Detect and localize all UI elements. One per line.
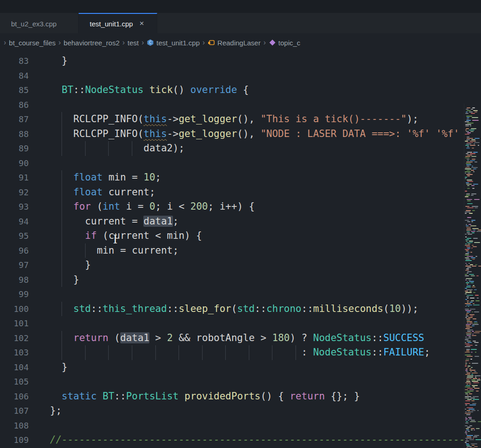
code-line[interactable]: 83 } xyxy=(0,54,481,68)
code-line[interactable]: 108 xyxy=(0,418,481,433)
minimap-line xyxy=(470,141,476,142)
minimap-line xyxy=(467,110,471,111)
minimap-line xyxy=(470,316,473,317)
code-line[interactable]: 99 xyxy=(0,287,481,302)
minimap-line xyxy=(467,199,472,200)
minimap-line xyxy=(465,355,471,355)
breadcrumb-item-readinglaser[interactable]: ReadingLaser xyxy=(208,39,260,47)
code-line[interactable]: 106 static BT::PortsList providedPorts()… xyxy=(0,389,481,404)
minimap-line xyxy=(468,431,470,432)
minimap-line xyxy=(466,428,469,429)
code-line[interactable]: 105 xyxy=(0,374,481,389)
minimap-line xyxy=(466,278,472,279)
code-line[interactable]: 85 BT::NodeStatus tick() override { xyxy=(0,83,481,98)
code-line[interactable]: 109//-----------------------------------… xyxy=(0,433,481,448)
indent-guide xyxy=(85,345,86,360)
minimap-line xyxy=(465,423,469,423)
code-line[interactable]: 96 min = current; xyxy=(0,243,481,258)
minimap-line xyxy=(467,238,471,239)
minimap-line xyxy=(466,421,468,422)
minimap-line xyxy=(469,404,476,405)
minimap-line xyxy=(471,257,475,258)
minimap-line xyxy=(471,109,473,110)
minimap-line xyxy=(467,181,473,182)
minimap-line xyxy=(478,266,481,267)
minimap-line xyxy=(465,206,469,207)
minimap-line xyxy=(473,399,479,400)
minimap-line xyxy=(465,336,467,337)
code-line[interactable]: 87 RCLCPP_INFO(this->get_logger(), "This… xyxy=(0,112,481,127)
minimap-line xyxy=(465,441,469,442)
tab-bt-u2-ex3[interactable]: bt_u2_ex3.cpp xyxy=(0,13,79,33)
code-line[interactable]: 100 std::this_thread::sleep_for(std::chr… xyxy=(0,302,481,317)
minimap-line xyxy=(472,245,474,246)
close-icon[interactable]: × xyxy=(138,19,145,28)
code-line-text: } xyxy=(50,258,481,273)
minimap-line xyxy=(469,280,471,280)
code-line[interactable]: 107}; xyxy=(0,404,481,418)
code-line[interactable]: 104 } xyxy=(0,360,481,375)
code-line[interactable]: 93 for (int i = 0; i < 200; i++) { xyxy=(0,199,481,214)
minimap-line xyxy=(466,163,471,164)
minimap-line xyxy=(472,117,478,118)
line-number: 95 xyxy=(0,229,29,243)
minimap-line xyxy=(473,396,479,397)
indent-guide xyxy=(62,141,62,156)
minimap-line xyxy=(470,252,472,253)
minimap-line xyxy=(466,224,467,225)
minimap-line xyxy=(465,299,467,300)
minimap-line xyxy=(467,388,473,389)
code-line[interactable]: 86 xyxy=(0,98,481,112)
breadcrumb-item-test[interactable]: test xyxy=(128,39,139,47)
breadcrumb-item-behaviortree-ros2[interactable]: behaviortree_ros2 xyxy=(64,39,120,47)
minimap-line xyxy=(475,345,477,346)
code-line[interactable]: 95 if (current < min) { xyxy=(0,229,481,243)
minimap-line xyxy=(471,349,477,350)
code-line[interactable]: 84 xyxy=(0,68,481,83)
minimap-line xyxy=(467,436,471,437)
minimap-line xyxy=(465,134,469,135)
code-line[interactable]: 90 xyxy=(0,156,481,171)
code-line[interactable]: 94 current = data1; xyxy=(0,214,481,229)
minimap-line xyxy=(465,303,471,304)
breadcrumb-item-test-unit1-cpp[interactable]: C test_unit1.cpp xyxy=(147,39,199,47)
minimap-line xyxy=(465,167,470,168)
minimap-line xyxy=(469,302,473,303)
minimap-line xyxy=(465,317,467,318)
minimap-line xyxy=(471,195,474,196)
code-line[interactable]: 89 data2); xyxy=(0,141,481,156)
breadcrumb-item-bt-course-files[interactable]: bt_course_files xyxy=(9,39,56,47)
minimap-line xyxy=(475,331,481,332)
code-line[interactable]: 98 } xyxy=(0,273,481,287)
code-line[interactable]: 91 float min = 10; xyxy=(0,170,481,185)
code-line[interactable]: 92 float current; xyxy=(0,185,481,200)
chevron-right-icon: › xyxy=(142,38,144,47)
minimap-line xyxy=(475,352,476,353)
code-line[interactable]: 101 xyxy=(0,316,481,331)
code-line[interactable]: 102 return (data1 > 2 && robotAngle > 18… xyxy=(0,331,481,346)
svg-text:C: C xyxy=(149,41,152,45)
minimap-line xyxy=(472,148,474,149)
minimap-line xyxy=(470,298,475,299)
code-editor[interactable]: 83 }8485 BT::NodeStatus tick() override … xyxy=(0,52,481,448)
line-number: 89 xyxy=(0,141,29,156)
code-line[interactable]: 97 } xyxy=(0,258,481,273)
code-line[interactable]: 103 : NodeStatus::FAILURE; xyxy=(0,345,481,360)
minimap-line xyxy=(466,195,470,196)
minimap[interactable] xyxy=(464,104,481,448)
minimap-line xyxy=(467,159,469,160)
code-line-text: RCLCPP_INFO(this->get_logger(), "NODE : … xyxy=(50,127,481,142)
code-line[interactable]: 88 RCLCPP_INFO(this->get_logger(), "NODE… xyxy=(0,127,481,142)
minimap-line xyxy=(472,324,479,325)
line-number: 109 xyxy=(0,433,29,448)
minimap-line xyxy=(465,270,469,271)
indent-guide xyxy=(85,141,86,156)
minimap-line xyxy=(466,259,470,260)
minimap-line xyxy=(468,342,472,343)
tab-test-unit1[interactable]: test_unit1.cpp × xyxy=(79,13,157,33)
line-number: 83 xyxy=(0,54,29,68)
minimap-line xyxy=(465,178,466,179)
line-number: 94 xyxy=(0,214,29,229)
minimap-line xyxy=(473,171,475,172)
breadcrumb-item-topic-c[interactable]: topic_c xyxy=(269,39,301,47)
